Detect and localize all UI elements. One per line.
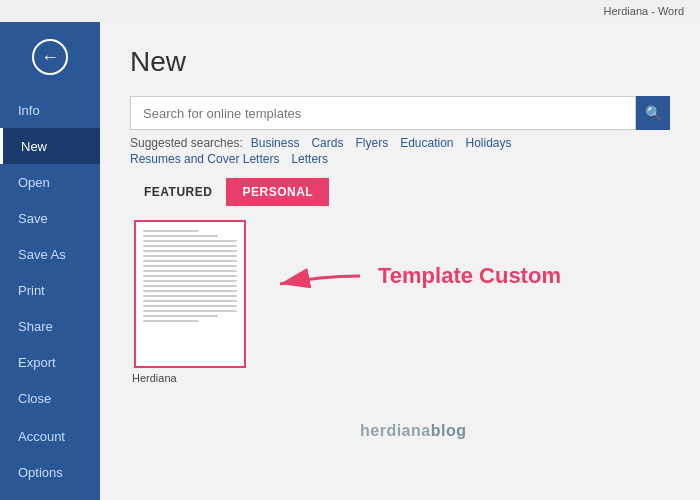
- suggested-business[interactable]: Business: [251, 136, 300, 150]
- template-label: Herdiana: [130, 372, 250, 384]
- template-line: [143, 230, 199, 232]
- template-line: [143, 245, 237, 247]
- template-line: [143, 310, 237, 312]
- template-line: [143, 270, 237, 272]
- annotation: Template Custom: [260, 246, 561, 306]
- sidebar-item-close[interactable]: Close: [0, 380, 100, 416]
- app-body: ← Info New Open Save Save As Print Share…: [0, 22, 700, 500]
- back-button[interactable]: ←: [0, 22, 100, 92]
- search-bar: 🔍: [130, 96, 670, 130]
- main-content: New 🔍 Suggested searches: Business Cards…: [100, 22, 700, 500]
- template-line: [143, 240, 237, 242]
- template-line: [143, 300, 237, 302]
- template-preview: [134, 220, 246, 368]
- sidebar-item-share[interactable]: Share: [0, 308, 100, 344]
- template-line: [143, 235, 218, 237]
- search-button[interactable]: 🔍: [636, 96, 670, 130]
- watermark-suffix: blog: [431, 422, 467, 439]
- template-line: [143, 290, 237, 292]
- template-line: [143, 280, 237, 282]
- sidebar: ← Info New Open Save Save As Print Share…: [0, 22, 100, 500]
- back-circle-icon: ←: [32, 39, 68, 75]
- suggested-searches: Suggested searches: Business Cards Flyer…: [100, 130, 700, 172]
- sidebar-item-new[interactable]: New: [0, 128, 100, 164]
- page-title: New: [130, 46, 670, 78]
- sidebar-item-options[interactable]: Options: [0, 454, 100, 490]
- template-area: Herdiana Template Custom herdianablog: [100, 206, 700, 500]
- sidebar-item-export[interactable]: Export: [0, 344, 100, 380]
- suggested-holidays[interactable]: Holidays: [466, 136, 512, 150]
- template-line: [143, 255, 237, 257]
- tab-featured[interactable]: FEATURED: [130, 180, 226, 204]
- template-line: [143, 295, 237, 297]
- suggested-flyers[interactable]: Flyers: [355, 136, 388, 150]
- main-header: New: [100, 22, 700, 88]
- search-input[interactable]: [130, 96, 636, 130]
- sidebar-item-save[interactable]: Save: [0, 200, 100, 236]
- template-line: [143, 265, 237, 267]
- template-line: [143, 250, 237, 252]
- tabs-container: FEATURED PERSONAL: [100, 172, 700, 206]
- sidebar-item-info[interactable]: Info: [0, 92, 100, 128]
- template-line: [143, 260, 237, 262]
- sidebar-item-open[interactable]: Open: [0, 164, 100, 200]
- tab-personal[interactable]: PERSONAL: [226, 178, 329, 206]
- watermark: herdianablog: [360, 422, 466, 440]
- title-text: Herdiana - Word: [604, 5, 685, 17]
- template-line: [143, 285, 237, 287]
- sidebar-nav: Info New Open Save Save As Print Share E…: [0, 92, 100, 500]
- suggested-label: Suggested searches:: [130, 136, 243, 150]
- template-card-herdiana[interactable]: Herdiana: [130, 220, 250, 384]
- template-line: [143, 315, 218, 317]
- sidebar-item-account[interactable]: Account: [0, 418, 100, 454]
- suggested-letters[interactable]: Letters: [291, 152, 328, 166]
- template-line: [143, 275, 237, 277]
- template-line: [143, 305, 237, 307]
- suggested-resumes[interactable]: Resumes and Cover Letters: [130, 152, 279, 166]
- arrow-icon: [260, 246, 370, 306]
- watermark-prefix: herdiana: [360, 422, 431, 439]
- annotation-text: Template Custom: [378, 263, 561, 289]
- sidebar-item-save-as[interactable]: Save As: [0, 236, 100, 272]
- sidebar-item-print[interactable]: Print: [0, 272, 100, 308]
- template-line: [143, 320, 199, 322]
- suggested-education[interactable]: Education: [400, 136, 453, 150]
- title-bar: Herdiana - Word: [0, 0, 700, 22]
- nav-bottom: Account Options: [0, 418, 100, 500]
- suggested-cards[interactable]: Cards: [311, 136, 343, 150]
